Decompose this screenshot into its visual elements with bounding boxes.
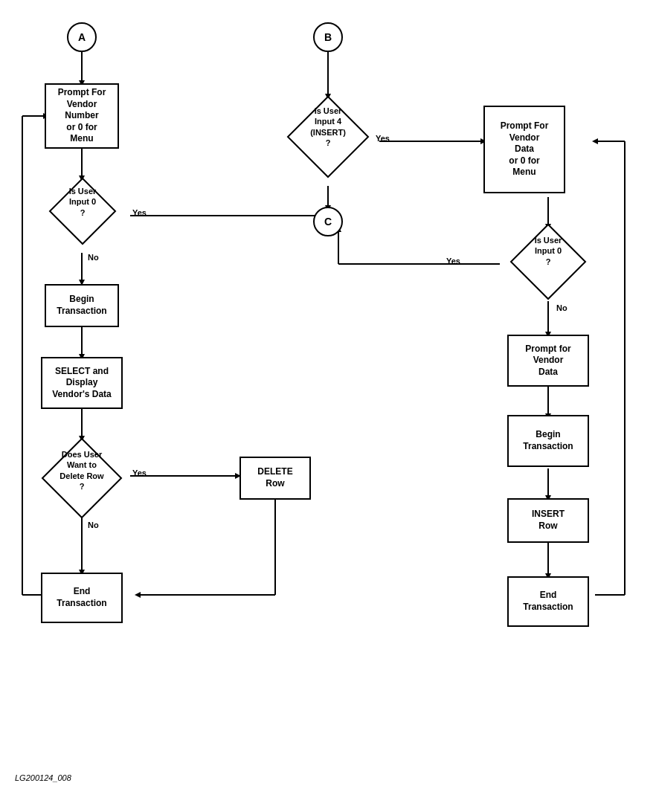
circle-a: A	[67, 22, 97, 52]
end-transaction-right: End Transaction	[507, 576, 589, 627]
select-display: SELECT and Display Vendor's Data	[41, 357, 123, 409]
diamond-is-input-0-right: Is UserInput 0?	[509, 223, 587, 300]
begin-transaction-left: Begin Transaction	[45, 284, 119, 327]
prompt-vendor-number: Prompt For Vendor Number or 0 for Menu	[45, 83, 119, 149]
footer-label: LG200124_008	[15, 773, 71, 782]
diamond-is-input-4: Is UserInput 4(INSERT)?	[286, 95, 370, 178]
diamond-is-input-0-left: Is UserInput 0?	[48, 177, 117, 245]
circle-b: B	[313, 22, 343, 52]
label-yes-input0-left: Yes	[132, 208, 147, 217]
prompt-vendor-data2: Prompt for Vendor Data	[507, 335, 589, 387]
diamond-delete-row: Does UserWant toDelete Row?	[41, 437, 123, 519]
end-transaction-left: End Transaction	[41, 573, 123, 623]
circle-c: C	[313, 207, 343, 236]
svg-marker-46	[592, 138, 598, 144]
svg-marker-18	[135, 592, 141, 598]
label-yes-input0-right: Yes	[446, 257, 460, 265]
delete-row: DELETE Row	[239, 457, 311, 500]
label-no-input0-right: No	[556, 303, 567, 312]
label-no-input0-left: No	[88, 253, 99, 262]
label-yes-delete: Yes	[132, 468, 147, 477]
label-no-delete: No	[88, 521, 99, 529]
insert-row: INSERT Row	[507, 498, 589, 543]
begin-transaction-right: Begin Transaction	[507, 415, 589, 467]
label-yes-input4: Yes	[376, 134, 390, 143]
prompt-vendor-data-right: Prompt For Vendor Data or 0 for Menu	[483, 106, 565, 193]
